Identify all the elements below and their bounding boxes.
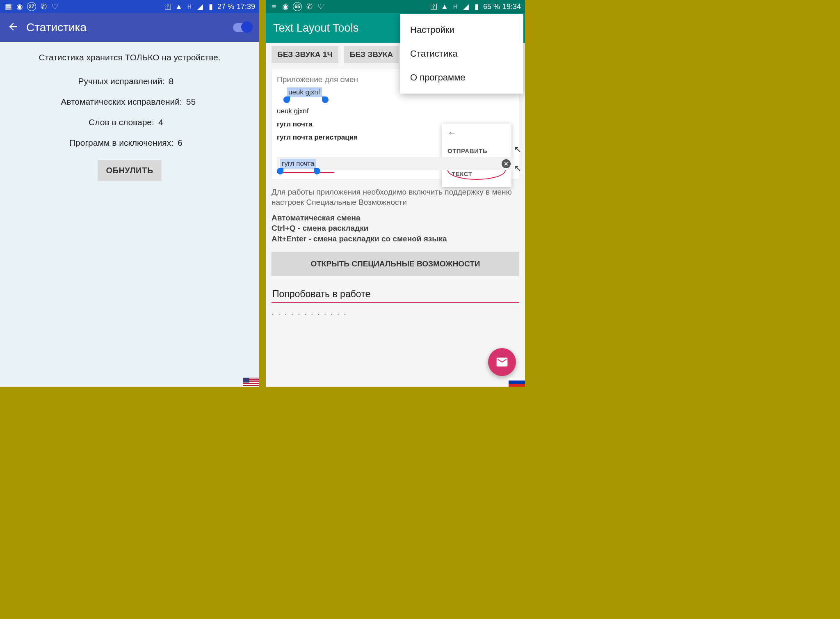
battery-percent: 27 % <box>217 2 234 11</box>
clock: 19:34 <box>502 2 521 11</box>
selection-handle-right-icon <box>322 96 329 103</box>
menu-statistics[interactable]: Статистика <box>400 42 523 66</box>
selection-handle-left-icon <box>277 168 283 174</box>
app-bar: Статистика <box>0 13 259 42</box>
auto-corrections-label: Автоматических исправлений: <box>61 97 182 107</box>
overflow-menu: Настройки Статистика О программе <box>400 14 523 94</box>
auto-corrections-value: 55 <box>186 97 199 107</box>
toolbar-send[interactable]: ОТПРАВИТЬ <box>447 144 506 158</box>
page-title: Статистика <box>26 21 87 34</box>
excluded-apps-label: Программ в исключениях: <box>69 138 173 148</box>
notification-badge: 27 <box>27 2 36 11</box>
language-flag-us-icon <box>243 378 259 387</box>
selection-handle-left-icon <box>283 96 290 103</box>
back-icon[interactable] <box>7 21 19 34</box>
signal-icon: ◢ <box>196 2 204 11</box>
instructions-text: Для работы приложения необходимо включит… <box>272 187 519 208</box>
status-bar: ▦ ◉ 27 ✆ ♡ ⚿ ▲ H ◢ ▮ 27 % 17:39 <box>0 0 259 13</box>
status-bar: ≡ ◉ 65 ✆ ♡ ⚿ ▲ H ◢ ▮ 65 % 19:34 <box>266 0 525 13</box>
demo-result-field: гугл почта ✕ <box>277 157 514 170</box>
reset-button[interactable]: ОБНУЛИТЬ <box>98 160 161 181</box>
vpn-key-icon: ⚿ <box>164 2 172 11</box>
manual-corrections-label: Ручных исправлений: <box>78 76 165 86</box>
shield-icon: ♡ <box>51 2 59 11</box>
mute-1h-button[interactable]: БЕЗ ЗВУКА 1Ч <box>272 46 338 63</box>
shortcuts-block: Автоматическая смена Ctrl+Q - смена раск… <box>272 213 519 244</box>
demo-selected-text: ueuk gjxnf <box>287 87 322 97</box>
phone-icon: ✆ <box>39 2 48 11</box>
excluded-apps-value: 6 <box>178 138 190 148</box>
intro-text: Статистика хранится ТОЛЬКО на устройстве… <box>8 53 251 62</box>
wifi-icon: ▲ <box>441 2 449 11</box>
manual-corrections-value: 8 <box>169 76 181 86</box>
app-icon: ◉ <box>281 2 290 11</box>
stats-toggle[interactable] <box>233 23 252 32</box>
compose-fab[interactable] <box>488 348 516 376</box>
annotation-underline <box>277 172 334 173</box>
clear-icon[interactable]: ✕ <box>502 159 511 168</box>
flag-indicator-icon: ≡ <box>270 2 278 11</box>
selection-handle-right-icon <box>314 168 320 174</box>
menu-about[interactable]: О программе <box>400 66 523 89</box>
shortcut-auto: Автоматическая смена <box>272 213 519 223</box>
dotted-separator: · · · · · · · · · · · · <box>272 310 519 319</box>
suggestion-1: ueuk gjxnf <box>277 105 514 118</box>
menu-settings[interactable]: Настройки <box>400 18 523 42</box>
battery-icon: ▮ <box>207 2 215 11</box>
signal-icon: ◢ <box>462 2 470 11</box>
wifi-icon: ▲ <box>175 2 183 11</box>
battery-percent: 65 % <box>483 2 500 11</box>
mail-icon <box>495 355 509 369</box>
open-accessibility-button[interactable]: ОТКРЫТЬ СПЕЦИАЛЬНЫЕ ВОЗМОЖНОСТИ <box>272 252 519 276</box>
shield-icon: ♡ <box>317 2 325 11</box>
app-title: Text Layout Tools <box>273 22 358 34</box>
notification-badge: 65 <box>293 2 302 11</box>
screen-main: ≡ ◉ 65 ✆ ♡ ⚿ ▲ H ◢ ▮ 65 % 19:34 Text Lay… <box>266 0 525 387</box>
network-h-icon: H <box>451 2 459 11</box>
network-h-icon: H <box>185 2 194 11</box>
shortcut-altenter: Alt+Enter - смена раскладки со сменой яз… <box>272 234 519 244</box>
clock: 17:39 <box>237 2 255 11</box>
mute-button[interactable]: БЕЗ ЗВУКА <box>344 46 399 63</box>
dictionary-words-value: 4 <box>158 117 171 127</box>
flag-indicator-icon: ▦ <box>4 2 12 11</box>
toolbar-back-icon[interactable]: ← <box>447 128 506 138</box>
dictionary-words-label: Слов в словаре: <box>89 117 154 127</box>
app-icon: ◉ <box>16 2 24 11</box>
battery-icon: ▮ <box>472 2 481 11</box>
shortcut-ctrlq: Ctrl+Q - смена раскладки <box>272 223 519 234</box>
language-flag-ru-icon <box>509 378 525 387</box>
demo-result-text: гугл почта <box>280 159 316 169</box>
arrow-up-left-icon: ↖ <box>514 144 521 155</box>
screen-statistics: ▦ ◉ 27 ✆ ♡ ⚿ ▲ H ◢ ▮ 27 % 17:39 Статисти… <box>0 0 259 387</box>
vpn-key-icon: ⚿ <box>430 2 438 11</box>
try-input[interactable] <box>272 285 519 303</box>
arrow-up-left-icon: ↖ <box>514 163 521 174</box>
phone-icon: ✆ <box>305 2 313 11</box>
text-action-toolbar: ← ОТПРАВИТЬ ↖ NTRCN -> ТЕКСТ ↖ <box>442 124 511 187</box>
